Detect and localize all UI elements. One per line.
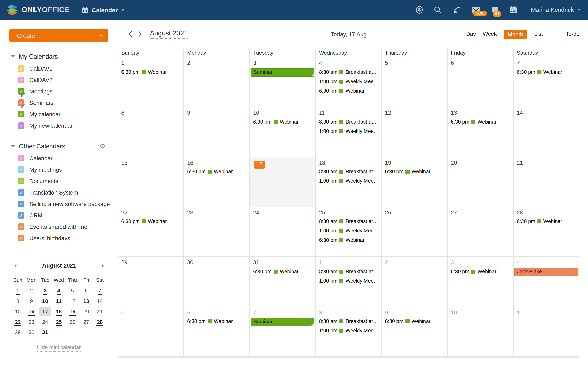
day-cell[interactable]: 2 [184, 58, 250, 107]
calendar-list-item[interactable]: ✓Users' birthdays [0, 233, 118, 244]
event-item[interactable]: 6:30 pmWebinar [184, 317, 250, 326]
day-cell[interactable]: 9 [184, 108, 250, 157]
todo-link[interactable]: To-do [566, 31, 579, 38]
day-cell[interactable]: 36:30 pmWebinar [448, 257, 513, 307]
calendar-checkbox[interactable]: ✓ [18, 166, 25, 173]
user-menu[interactable]: Marina Kendrick [531, 7, 581, 13]
calendar-list-item[interactable]: ✓Events shared with me [0, 221, 118, 233]
mini-prev-month-button[interactable]: ‹ [15, 262, 17, 269]
calendar-list-item[interactable]: ✓My meetings [0, 164, 118, 175]
event-item[interactable]: 6:30 pmWebinar [250, 267, 315, 276]
calendar-shortcut-button[interactable] [510, 6, 517, 13]
collapse-arrow-icon[interactable] [11, 55, 15, 58]
calendar-list-item[interactable]: ✓Meetings [0, 86, 118, 97]
day-cell[interactable]: 166:30 pmWebinar [184, 157, 250, 207]
sales-button[interactable]: $ [416, 6, 423, 14]
calendar-checkbox[interactable]: ✓ [18, 100, 25, 106]
day-cell[interactable]: 196:30 pmWebinar [381, 157, 448, 207]
calendar-checkbox[interactable]: ✓ [18, 88, 25, 95]
mini-day-cell[interactable]: 29 [11, 327, 25, 337]
event-bar[interactable]: Seminar [251, 317, 315, 326]
mini-day-cell[interactable]: 8 [11, 296, 25, 306]
event-item[interactable]: 8:30 amBreakfast at Tif... [316, 167, 381, 176]
mini-day-cell[interactable]: 27 [79, 317, 93, 327]
day-cell[interactable]: 21 [513, 157, 579, 207]
mini-day-cell[interactable]: 25 [52, 317, 66, 327]
event-item[interactable]: 6:30 pmWebinar [513, 217, 579, 226]
day-cell[interactable]: 106:30 pmWebinar [250, 108, 316, 157]
mini-day-cell[interactable]: 16 [25, 306, 38, 317]
day-cell[interactable]: 26 [381, 207, 448, 257]
day-cell[interactable]: 4Jack Blake [513, 257, 579, 307]
mini-day-cell[interactable]: 13 [79, 296, 93, 306]
calendar-list-item[interactable]: ✓Calendar [0, 152, 118, 164]
event-item[interactable]: 6:30 pmWebinar [316, 236, 381, 245]
day-cell[interactable]: 24 [250, 207, 316, 257]
mini-day-cell[interactable]: 28 [93, 317, 107, 327]
day-cell[interactable]: 136:30 pmWebinar [448, 108, 513, 157]
mini-day-cell[interactable]: 30 [25, 327, 38, 337]
event-item[interactable]: 1:00 pmWeekly Meeting [316, 77, 381, 86]
event-item[interactable]: 1:00 pmWeekly Meeting [316, 176, 381, 186]
mini-day-cell[interactable]: 4 [52, 285, 66, 296]
calendar-checkbox[interactable]: ✓ [18, 111, 25, 117]
calendar-list-item[interactable]: ✓Selling a new software package [0, 198, 118, 210]
day-cell[interactable]: 11 [513, 307, 579, 356]
event-item[interactable]: 1:00 pmWeekly Meeting [316, 326, 381, 335]
day-cell[interactable]: 258:30 amBreakfast at Tif...1:00 pmWeekl… [316, 207, 382, 257]
day-cell[interactable]: 23 [184, 207, 250, 257]
day-cell[interactable]: 14 [513, 108, 579, 157]
calendar-list-item[interactable]: ✓CalDAV1 [0, 63, 118, 74]
mini-calendar-title[interactable]: August 2021 [42, 262, 76, 270]
day-cell[interactable]: 7Seminar [250, 307, 316, 356]
view-tab-day[interactable]: Day [466, 31, 476, 38]
mini-day-cell[interactable]: 24 [38, 317, 52, 327]
event-item[interactable]: 8:30 amBreakfast at Tif... [316, 267, 381, 276]
onlyoffice-logo[interactable]: ONLYOFFICE [7, 4, 70, 16]
calendar-list-item[interactable]: ✓Translation System [0, 187, 118, 198]
mini-day-cell[interactable]: 10 [38, 296, 52, 306]
calendar-list-item[interactable]: ✓CRM [0, 210, 118, 221]
mini-day-cell[interactable]: 5 [66, 285, 79, 296]
mail-button[interactable]: >100 [472, 7, 480, 13]
calendar-checkbox[interactable]: ✓ [18, 224, 25, 230]
event-bar[interactable]: Seminar [251, 68, 315, 77]
chat-button[interactable]: 91 [491, 6, 499, 13]
day-cell[interactable]: 30 [184, 257, 250, 307]
mini-day-cell[interactable]: 12 [66, 296, 79, 306]
day-cell[interactable]: 76:30 pmWebinar [513, 58, 579, 107]
day-cell[interactable]: 96:30 pmWebinar [381, 307, 448, 356]
event-item[interactable]: 6:30 pmWebinar [118, 67, 183, 77]
mini-day-cell[interactable]: 15 [11, 306, 25, 317]
gear-icon[interactable]: ⚙ [99, 143, 105, 150]
event-item[interactable]: 6:30 pmWebinar [381, 167, 447, 176]
day-cell[interactable]: 17 [250, 157, 316, 207]
event-item[interactable]: 1:00 pmWeekly Meeting [316, 226, 381, 236]
event-item[interactable]: 6:30 pmWebinar [448, 117, 513, 127]
event-item[interactable]: 1:00 pmWeekly Meeting [316, 276, 381, 286]
day-cell[interactable]: 18:30 amBreakfast at Tif...1:00 pmWeekly… [316, 257, 382, 307]
mini-day-cell[interactable]: 6 [79, 285, 93, 296]
mini-day-cell[interactable]: 22 [11, 317, 25, 327]
day-cell[interactable]: 29 [118, 257, 184, 307]
day-cell[interactable]: 3Seminar [250, 58, 316, 107]
day-cell[interactable]: 5 [381, 58, 448, 107]
mini-day-cell[interactable]: 19 [66, 306, 79, 317]
day-cell[interactable]: 6 [448, 58, 513, 107]
day-cell[interactable]: 118:30 amBreakfast at Tif...1:00 pmWeekl… [316, 108, 382, 157]
calendar-list-item[interactable]: ✓Seminars [0, 97, 118, 108]
day-cell[interactable]: 48:30 amBreakfast at Tif...1:00 pmWeekly… [316, 58, 382, 107]
day-cell[interactable]: 8 [118, 108, 184, 157]
event-item[interactable]: 6:30 pmWebinar [316, 86, 381, 95]
mini-day-cell[interactable]: 11 [52, 296, 66, 306]
mini-day-cell[interactable]: 18 [52, 306, 66, 317]
event-item[interactable]: 6:30 pmWebinar [250, 117, 315, 127]
calendar-checkbox[interactable]: ✓ [18, 77, 25, 83]
event-item[interactable]: 6:30 pmWebinar [118, 217, 183, 226]
mini-day-cell[interactable]: 20 [79, 306, 93, 317]
day-cell[interactable]: 2 [381, 257, 448, 307]
feed-button[interactable] [453, 6, 461, 14]
calendar-list-item[interactable]: ✓CalDAV2 [0, 74, 118, 86]
event-bar[interactable]: Jack Blake [514, 268, 578, 276]
view-tab-week[interactable]: Week [483, 31, 497, 38]
